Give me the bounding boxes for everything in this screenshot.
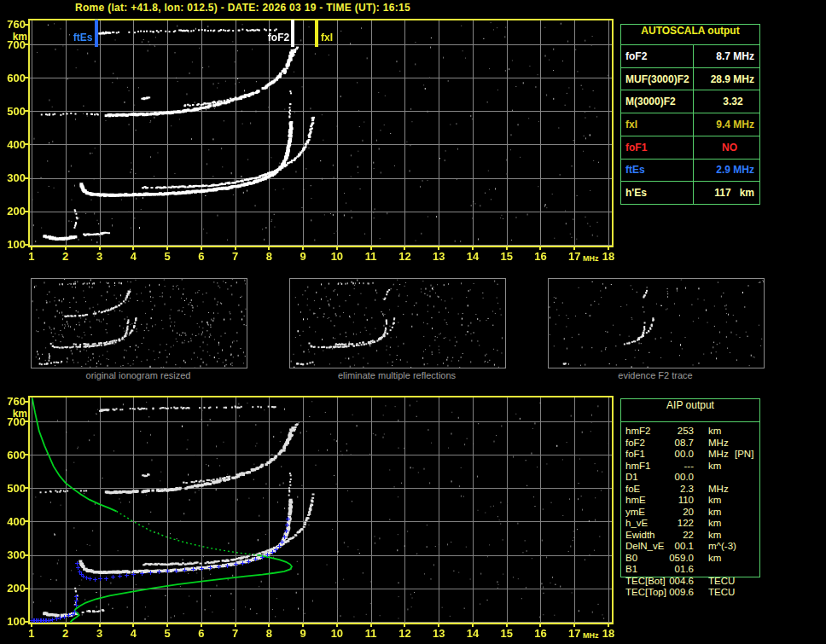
table-row-B0: B0 059.0 km xyxy=(620,553,767,565)
table-row-hmE: hmE 110 km xyxy=(620,495,767,507)
x-tick-label: 12 xyxy=(394,250,415,263)
y-tick-label: 500 xyxy=(0,482,26,495)
row-label: hmF1 xyxy=(625,461,650,471)
row-label: foF1 xyxy=(621,136,694,159)
x-tickmark xyxy=(65,624,67,627)
foF2-marker-bar xyxy=(291,20,294,47)
x-tick-label: 15 xyxy=(497,627,517,640)
x-tick-label: 11 xyxy=(361,250,381,263)
thumbnail-caption-1: original ionogram resized xyxy=(31,370,246,380)
x-tick-label: 9 xyxy=(293,250,313,263)
row-value: 253 xyxy=(654,426,694,436)
table-row-foF1: foF1 00.0 MHz [PN] xyxy=(620,449,767,461)
table-row-ftEs: ftEs 2.9 MHz xyxy=(621,160,759,183)
thumbnail-original-ionogram xyxy=(31,278,247,368)
autoscala-table-body: foF2 8.7 MHz MUF(3000)F2 28.9 MHz M(3000… xyxy=(621,45,759,204)
y-tick-label: 200 xyxy=(0,205,26,218)
x-tickmark xyxy=(201,247,202,250)
x-tick-label: 16 xyxy=(530,250,550,263)
x-tickmark xyxy=(99,624,101,627)
top-ionogram-plot xyxy=(28,19,614,247)
row-value: 117 km xyxy=(694,182,759,204)
row-label: B0 xyxy=(625,553,637,563)
y-tick-label: 300 xyxy=(0,548,26,561)
y-tick-label: 760 xyxy=(0,18,26,31)
table-row-MUF3000F2: MUF(3000)F2 28.9 MHz xyxy=(621,68,759,91)
row-value: 9.4 MHz xyxy=(694,113,759,136)
x-tickmark xyxy=(370,247,372,250)
table-row-hmF1: hmF1 --- km xyxy=(620,461,767,473)
row-flag: [PN] xyxy=(735,449,753,459)
top-x-axis-unit: MHz xyxy=(583,254,599,263)
y-tick-label: 300 xyxy=(0,171,26,184)
table-row-hEs: h'Es 117 km xyxy=(621,182,759,204)
x-tickmark xyxy=(539,247,541,250)
x-tick-label: 14 xyxy=(462,250,483,263)
x-tickmark xyxy=(336,247,338,250)
y-tickmark xyxy=(24,621,28,623)
row-label: h_vE xyxy=(625,518,648,528)
x-tick-label: 5 xyxy=(157,627,177,640)
x-tickmark xyxy=(506,624,508,627)
row-label: hmE xyxy=(625,495,646,505)
x-tick-label: 13 xyxy=(428,250,449,263)
y-tickmark xyxy=(24,110,28,112)
x-tick-label: 9 xyxy=(293,627,313,640)
y-tick-label: 700 xyxy=(0,38,26,51)
x-tickmark xyxy=(438,624,439,627)
aip-table-rows: hmF2 253 km foF2 08.7 MHz foF1 00.0 MHz … xyxy=(620,426,767,599)
x-tickmark xyxy=(472,624,474,627)
row-value: 2.9 MHz xyxy=(694,160,759,182)
x-tick-label: 3 xyxy=(90,627,110,640)
y-tickmark xyxy=(24,554,28,556)
row-label: fxI xyxy=(621,113,694,136)
x-tickmark xyxy=(31,624,32,627)
thumbnail-evidence-f2-trace xyxy=(548,278,765,368)
x-tick-label: 5 xyxy=(157,250,177,263)
x-tickmark xyxy=(302,624,304,627)
y-tickmark xyxy=(24,244,28,246)
x-tickmark xyxy=(302,247,304,250)
autoscala-table-header: AUTOSCALA output xyxy=(621,25,759,45)
x-tickmark xyxy=(608,247,609,250)
row-value: 2.3 xyxy=(654,484,694,494)
row-unit: MHz xyxy=(708,484,729,494)
x-tickmark xyxy=(201,624,202,627)
x-tickmark xyxy=(573,624,575,627)
table-row-ymE: ymE 20 km xyxy=(620,507,767,519)
row-label: M(3000)F2 xyxy=(621,90,694,113)
x-tick-label: 18 xyxy=(598,250,619,263)
row-unit: MHz xyxy=(708,438,729,448)
x-tickmark xyxy=(268,247,270,250)
x-tick-label: 10 xyxy=(327,627,347,640)
x-tickmark xyxy=(404,247,405,250)
x-tickmark xyxy=(235,624,236,627)
fxI-marker-bar xyxy=(315,20,318,47)
row-label: hmF2 xyxy=(625,426,650,436)
x-tickmark xyxy=(31,247,32,250)
row-label: ftEs xyxy=(621,160,694,182)
row-unit: TECU xyxy=(708,576,735,586)
x-tick-label: 6 xyxy=(191,627,212,640)
row-unit: km xyxy=(708,461,721,471)
y-tick-label: 600 xyxy=(0,449,26,461)
row-value: 122 xyxy=(654,518,694,528)
row-label: h'Es xyxy=(621,182,694,204)
row-label: foF1 xyxy=(625,449,645,459)
y-tickmark xyxy=(24,24,28,26)
table-row-D1: D1 00.0 xyxy=(620,472,767,484)
ftEs-marker-label: ftEs xyxy=(45,32,93,44)
row-label: foF2 xyxy=(625,438,645,448)
x-tick-label: 16 xyxy=(530,627,550,640)
x-tickmark xyxy=(166,624,168,627)
aip-table-header: AIP output xyxy=(621,399,759,422)
x-tick-label: 17 xyxy=(564,250,585,263)
x-tick-label: 4 xyxy=(123,250,143,263)
bottom-ionogram-plot xyxy=(28,396,614,624)
row-label: MUF(3000)F2 xyxy=(621,68,694,90)
row-value: 110 xyxy=(654,495,694,505)
row-value: 009.6 xyxy=(654,587,694,597)
x-tickmark xyxy=(166,247,168,250)
y-tickmark xyxy=(24,143,28,145)
row-label: D1 xyxy=(625,472,638,482)
